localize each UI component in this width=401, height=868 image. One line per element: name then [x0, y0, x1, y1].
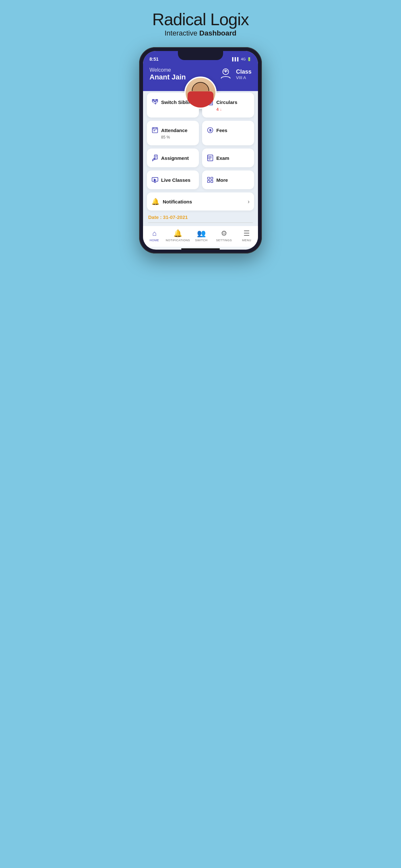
notifications-left: 🔔 Notifications [151, 197, 192, 206]
nav-item-settings[interactable]: ⚙ SETTINGS [213, 229, 235, 242]
page-title: Radical Logix [152, 10, 249, 29]
assignment-icon [151, 154, 158, 161]
settings-nav-label: SETTINGS [216, 239, 232, 242]
notification-bell-icon: 🔔 [151, 197, 159, 206]
grid-item-fees[interactable]: Fees [202, 121, 254, 145]
fees-icon [207, 127, 214, 134]
switch-nav-icon: 👥 [197, 229, 206, 238]
phone-notch [178, 51, 223, 60]
status-icons: ▌▌▌ 4G 🔋 [232, 57, 251, 61]
grid-item-exam[interactable]: Exam [202, 149, 254, 167]
battery-icon: 🔋 [247, 57, 251, 61]
notifications-nav-icon: 🔔 [174, 229, 182, 238]
class-section: Class VIII A [219, 67, 251, 82]
welcome-text: Welcome [150, 67, 186, 73]
status-time: 8:51 [150, 57, 158, 62]
nav-item-menu[interactable]: ☰ MENU [235, 229, 258, 242]
home-nav-label: HOME [150, 239, 159, 242]
home-icon: ⌂ [152, 229, 156, 238]
bottom-nav: ⌂ HOME 🔔 NOTIFICATIONS 👥 SWITCH ⚙ SETTIN… [143, 226, 258, 247]
menu-nav-label: MENU [242, 239, 251, 242]
class-value: VIII A [236, 75, 251, 80]
page-header: Radical Logix Interactive Dashboard [152, 10, 249, 37]
fees-label: Fees [216, 128, 227, 133]
menu-nav-icon: ☰ [243, 229, 250, 238]
svg-rect-14 [208, 181, 210, 182]
svg-rect-12 [208, 177, 210, 179]
settings-nav-icon: ⚙ [221, 229, 227, 238]
svg-rect-15 [211, 181, 213, 182]
exam-label: Exam [216, 155, 229, 161]
svg-point-5 [156, 100, 157, 101]
attendance-icon [151, 127, 158, 134]
attendance-label: Attendance [161, 128, 188, 133]
notifications-arrow-icon: › [248, 198, 250, 205]
class-icon [219, 67, 233, 82]
svg-rect-13 [211, 177, 213, 179]
live-classes-icon [151, 176, 158, 183]
date-bar: Date : 31-07-2021 [147, 211, 254, 226]
user-name: Anant Jain [150, 73, 186, 82]
assignment-label: Assignment [161, 155, 189, 161]
circulars-count: 4 ↓ [207, 107, 250, 112]
switch-nav-label: SWITCH [195, 239, 208, 242]
phone-frame: 8:51 ▌▌▌ 4G 🔋 Welcome Anant Jain [139, 47, 262, 253]
class-info: Class VIII A [236, 68, 251, 80]
svg-rect-1 [225, 71, 226, 72]
live-classes-label: Live Classes [161, 177, 190, 183]
grid-item-live-classes[interactable]: Live Classes [147, 170, 199, 189]
grid-item-more[interactable]: More [202, 170, 254, 189]
class-label: Class [236, 68, 251, 75]
nav-item-notifications[interactable]: 🔔 NOTIFICATIONS [166, 229, 190, 242]
notifications-label: Notifications [163, 199, 192, 205]
svg-point-3 [153, 100, 154, 101]
switch-sibling-icon [151, 98, 158, 105]
avatar-wrapper [184, 76, 217, 109]
grid-item-attendance[interactable]: Attendance 85 % [147, 121, 199, 145]
network-label: 4G [241, 57, 246, 61]
phone-screen: 8:51 ▌▌▌ 4G 🔋 Welcome Anant Jain [143, 51, 258, 250]
attendance-value: 85 % [151, 135, 194, 140]
more-icon [207, 176, 214, 183]
more-label: More [216, 177, 228, 183]
main-content: Switch Sibling Circulars 4 ↓ [143, 91, 258, 226]
nav-item-home[interactable]: ⌂ HOME [143, 229, 166, 242]
page-subtitle: Interactive Dashboard [152, 29, 249, 37]
nav-item-switch[interactable]: 👥 SWITCH [190, 229, 213, 242]
circulars-label: Circulars [216, 99, 237, 105]
signal-icon: ▌▌▌ [232, 57, 240, 61]
welcome-section: Welcome Anant Jain [150, 67, 186, 82]
exam-icon [207, 154, 214, 161]
grid-item-assignment[interactable]: Assignment [147, 149, 199, 167]
notifications-bar[interactable]: 🔔 Notifications › [147, 192, 254, 211]
date-text: Date : 31-07-2021 [148, 214, 253, 220]
avatar [184, 76, 217, 109]
notifications-nav-label: NOTIFICATIONS [166, 239, 190, 242]
home-indicator [181, 248, 220, 250]
